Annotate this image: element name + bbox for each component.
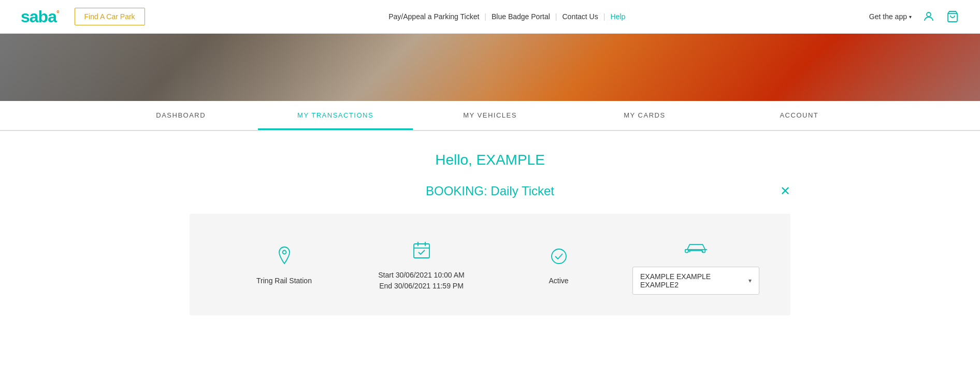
calendar-check-icon [409,238,435,264]
booking-location-label: Tring Rail Station [256,275,312,286]
location-pin-icon [271,243,297,269]
booking-dates-item: Start 30/06/2021 10:00 AM End 30/06/2021… [358,238,485,292]
svg-point-9 [702,251,703,252]
svg-point-2 [282,250,286,254]
site-header: saba° Find A Car Park Pay/Appeal a Parki… [0,0,980,34]
get-app-button[interactable]: Get the app ▾ [869,12,912,21]
header-nav: Pay/Appeal a Parking Ticket | Blue Badge… [388,12,625,21]
tab-dashboard[interactable]: DASHBOARD [104,102,258,130]
logo-dot: ° [56,9,59,18]
booking-title: BOOKING: Daily Ticket [426,184,554,198]
main-nav-tabs: DASHBOARD MY TRANSACTIONS MY VEHICLES MY… [0,101,980,131]
tab-account[interactable]: ACCOUNT [722,102,876,130]
vehicle-dropdown[interactable]: EXAMPLE EXAMPLE EXAMPLE2 ▾ [632,267,759,295]
nav-link-help[interactable]: Help [610,12,625,21]
logo-text: saba° [21,7,59,26]
svg-rect-3 [414,244,429,258]
nav-link-pay-appeal[interactable]: Pay/Appeal a Parking Ticket [388,12,479,21]
nav-sep-1: | [484,12,486,21]
header-left: saba° Find A Car Park [21,7,145,26]
booking-card: Tring Rail Station Start 30/06/2021 10:0… [190,214,790,315]
main-content: Hello, EXAMPLE BOOKING: Daily Ticket ✕ T… [179,131,801,336]
greeting-text: Hello, EXAMPLE [190,152,790,168]
get-app-label: Get the app [869,12,907,21]
hero-image [0,34,980,101]
hero-overlay [0,34,980,101]
dropdown-chevron-icon: ▾ [748,277,752,284]
tab-my-cards[interactable]: MY CARDS [567,102,722,130]
tab-my-transactions[interactable]: MY TRANSACTIONS [258,102,412,130]
shopping-bag-icon[interactable] [946,10,959,23]
find-car-park-button[interactable]: Find A Car Park [75,8,145,25]
nav-link-contact[interactable]: Contact Us [562,12,598,21]
svg-point-0 [927,12,931,17]
svg-point-7 [552,249,566,264]
car-icon [683,235,709,260]
booking-location-item: Tring Rail Station [221,243,348,286]
nav-sep-2: | [555,12,557,21]
nav-link-blue-badge[interactable]: Blue Badge Portal [492,12,550,21]
booking-header: BOOKING: Daily Ticket ✕ [190,184,790,198]
booking-status-item: Active [495,243,622,286]
chevron-down-icon: ▾ [909,14,912,20]
close-button[interactable]: ✕ [780,185,790,197]
svg-point-8 [689,251,690,252]
vehicle-name: EXAMPLE EXAMPLE EXAMPLE2 [640,272,743,289]
booking-dates-label: Start 30/06/2021 10:00 AM End 30/06/2021… [378,270,465,292]
status-badge: Active [549,275,568,286]
check-circle-icon [546,243,572,269]
booking-vehicle-item: EXAMPLE EXAMPLE EXAMPLE2 ▾ [632,235,759,295]
header-right: Get the app ▾ [869,10,959,23]
nav-sep-3: | [603,12,606,21]
logo[interactable]: saba° [21,7,59,26]
tab-my-vehicles[interactable]: MY VEHICLES [413,102,567,130]
user-icon[interactable] [922,10,935,23]
